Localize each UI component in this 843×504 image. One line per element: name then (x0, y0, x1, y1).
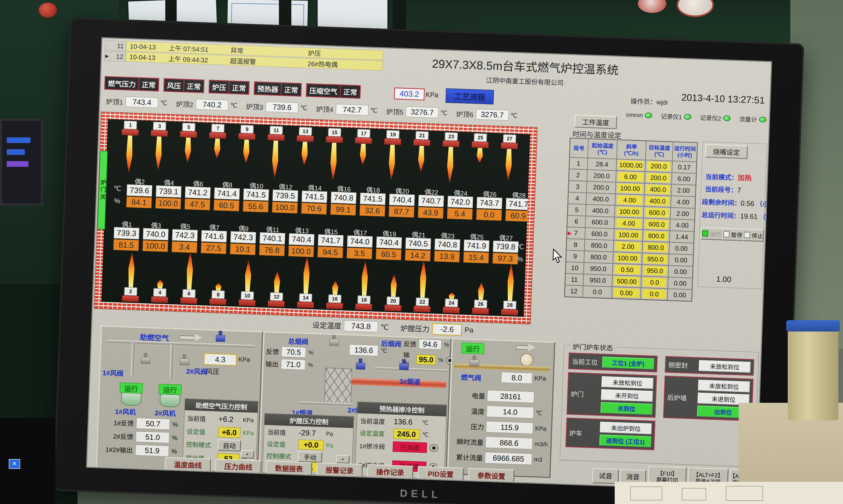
status-indicator: 燃气压力 正常 (104, 76, 159, 92)
run-time: 4.00 (670, 219, 695, 231)
tc-temp-value: 740.4 (389, 194, 415, 206)
thermocouple-upper: 偶20740.487.7 (388, 185, 416, 218)
gas-valve-label: 燃气阀 (461, 372, 481, 382)
pause-toggle[interactable]: 暂停 (722, 228, 744, 241)
burner-top: 3 (145, 122, 173, 172)
eye-icon[interactable] (429, 444, 438, 452)
burner-bottom: 28 (496, 262, 525, 316)
cool-valve1-label: 1#掺冷阀 (359, 441, 391, 451)
set-value-field[interactable]: +6.0 (218, 427, 240, 438)
slope-field[interactable]: 100.00 (613, 252, 642, 265)
target-temp-field[interactable]: 200.0 (645, 160, 672, 173)
set-temp-field[interactable]: 245.0 (393, 429, 420, 440)
burner-flame-icon (127, 251, 136, 287)
slope-field[interactable]: 0.00 (612, 287, 641, 299)
gas-valve-icon[interactable] (468, 355, 480, 366)
slope-field[interactable]: 0.50 (612, 263, 642, 276)
nav-button[interactable]: 压力曲线 (215, 459, 262, 474)
burner-bottom: 2 (117, 251, 146, 302)
target-temp-field[interactable]: 800.0 (642, 241, 670, 254)
workpiece-temp-button[interactable]: 工件温度 (574, 115, 617, 129)
alarm-list: 11 10-04-13 上午 07:54:51 异常 炉压 12 10-04-1… (104, 40, 383, 72)
burner-flame-icon (476, 148, 484, 163)
gas-row-unit: m3 (534, 456, 542, 463)
target-temp-field[interactable]: 600.0 (643, 206, 671, 219)
wind-pressure-label: 风压 (205, 366, 219, 376)
burner-body-icon (268, 301, 285, 307)
nav-button[interactable]: 操作记录 (367, 464, 413, 479)
thermocouple-lower: 偶23740.813.9 (433, 230, 461, 263)
increase-button[interactable]: + (240, 450, 254, 458)
burner-number: 15 (328, 128, 341, 137)
run-time: 0.00 (669, 254, 694, 266)
nav-button[interactable]: 数据报表 (266, 461, 312, 475)
burner-setting-button[interactable]: 烧嘴设定 (705, 144, 748, 159)
stop-toggle[interactable]: 停止 (743, 229, 764, 242)
alarm-time: 上午 07:54:51 (168, 43, 231, 54)
set-value-field[interactable]: +0.0 (298, 439, 324, 450)
roof-temp-value: 3276.7 (476, 109, 508, 120)
start-temp: 950.0 (584, 262, 613, 275)
increase-button[interactable]: + (336, 455, 350, 464)
segment-number: 6 (567, 215, 586, 228)
slope-field[interactable]: 500.00 (612, 275, 642, 288)
header-line1: 运行时间 (674, 145, 696, 152)
fan-valve2-icon[interactable] (178, 354, 190, 365)
burner-bottom: 20 (379, 273, 408, 312)
target-temp-field[interactable]: 400.0 (644, 183, 672, 196)
nav-button[interactable]: PID设置 (418, 466, 464, 481)
slope-field[interactable]: 100.00 (614, 229, 643, 241)
rear-out-field[interactable]: 95.0 (416, 355, 436, 365)
segment-number: 4 (568, 192, 587, 204)
gas-row-unit: KPa (535, 425, 546, 432)
slope-field[interactable]: 100.00 (614, 205, 644, 218)
tc-temp-value: 740.4 (289, 233, 315, 246)
target-temp-field[interactable]: 0.0 (641, 276, 668, 289)
air-feedback-row: 1#2#输出 51.9 % (97, 443, 177, 457)
target-temp-field[interactable]: 600.0 (643, 218, 670, 231)
slope-field[interactable]: 4.00 (614, 217, 644, 230)
target-temp-field[interactable]: 950.0 (641, 265, 669, 277)
status-box: 进到位 (工位1) (599, 434, 651, 447)
target-temp-field[interactable]: 950.0 (642, 253, 669, 266)
total-unit: （小时） (759, 213, 772, 221)
burner-number: 4 (153, 288, 166, 297)
checkbox-icon (702, 230, 709, 237)
burner-number: 1 (124, 121, 137, 129)
status-label: 炉压 (210, 80, 229, 93)
target-temp-field[interactable]: 200.0 (645, 172, 672, 184)
slope-field[interactable]: 4.00 (615, 194, 644, 206)
target-temp-field[interactable]: 400.0 (644, 195, 671, 208)
mode-button[interactable]: 自动 (217, 439, 241, 451)
segment-number: 2 (569, 169, 587, 181)
remain-label: 段剩余时间： (702, 198, 741, 207)
group-label: 侧密封 (668, 360, 699, 370)
slope-field[interactable]: 2.00 (613, 240, 643, 253)
nav-button[interactable]: 参数设置 (468, 468, 515, 483)
operator-label: 操作员： (630, 97, 657, 106)
target-temp-field[interactable]: 800.0 (643, 230, 670, 242)
run-toggle[interactable]: 运行 (701, 227, 723, 240)
process-flow-button[interactable]: 工艺流程 (446, 88, 494, 105)
slope-field[interactable]: 100.00 (615, 182, 645, 195)
slope-field[interactable]: 1000.00 (616, 159, 646, 172)
nav-button[interactable]: 报警记录 (317, 463, 363, 478)
gas-row-label: 瞬时流量 (449, 436, 484, 447)
burner-flame-icon (185, 250, 194, 289)
nav-button[interactable]: 温度曲线 (164, 457, 211, 472)
air-branch-pipe (169, 344, 175, 377)
mode-button[interactable]: 手动 (298, 451, 322, 463)
target-temp-field[interactable]: 0.0 (641, 288, 668, 300)
status-led-icon (645, 112, 652, 119)
main-flue-valve-icon[interactable] (328, 335, 340, 345)
tc-temp-value: 739.6 (127, 184, 153, 197)
unit: ℃ (422, 431, 429, 438)
burner-bottom: 16 (321, 280, 349, 310)
rear-flue-valve-icon[interactable] (398, 359, 410, 370)
device-label: omron (626, 111, 643, 119)
alarm-source: 炉压 (308, 48, 321, 58)
tc-label: 偶7 (209, 222, 219, 231)
datetime: 2013-4-10 13:27:51 (681, 92, 765, 106)
fan-valve1-icon[interactable] (140, 353, 151, 363)
slope-field[interactable]: 6.00 (616, 171, 645, 183)
